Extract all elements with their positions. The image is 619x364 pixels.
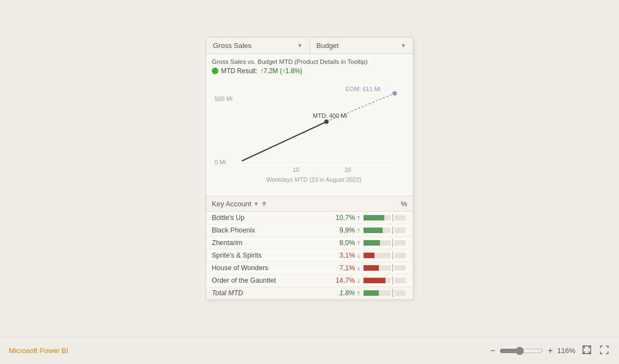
svg-line-4 bbox=[242, 122, 326, 161]
svg-point-6 bbox=[392, 91, 397, 96]
bar-track-1 bbox=[364, 228, 391, 233]
table-row: Total MTD 1,8% ↑ bbox=[206, 287, 413, 299]
bar-fill-2 bbox=[364, 240, 380, 246]
table-header: Key Account ▼ % bbox=[206, 196, 413, 212]
sort-icon bbox=[262, 201, 266, 206]
gross-sales-chevron-icon: ▼ bbox=[297, 43, 303, 49]
power-bi-link[interactable]: Microsoft Power BI bbox=[9, 347, 68, 355]
sort-up-icon bbox=[262, 201, 266, 204]
zoom-plus-button[interactable]: + bbox=[546, 345, 553, 357]
bar-container-4 bbox=[364, 264, 407, 272]
budget-label: Budget bbox=[317, 41, 339, 50]
gross-sales-dropdown[interactable]: Gross Sales ▼ bbox=[206, 38, 310, 53]
svg-text:EOM: 611 Mi: EOM: 611 Mi bbox=[346, 86, 380, 92]
bar-container-2 bbox=[364, 239, 407, 247]
mtd-result-value: ↑7.2M (↑1.8%) bbox=[260, 67, 302, 75]
dropdowns-row: Gross Sales ▼ Budget ▼ bbox=[206, 38, 413, 54]
bottom-bar: Microsoft Power BI − + 116% bbox=[0, 337, 619, 364]
bar-track-0 bbox=[364, 215, 391, 220]
bar-divider-3 bbox=[392, 252, 393, 259]
row-pct-0: 10,7% ↑ bbox=[325, 214, 360, 222]
svg-text:10: 10 bbox=[293, 166, 299, 173]
table-row: Order of the Gauntlet 14,7% ↓ bbox=[206, 275, 413, 287]
budget-dropdown[interactable]: Budget ▼ bbox=[310, 38, 413, 53]
pct-header: % bbox=[374, 200, 407, 208]
bar-track-3 bbox=[364, 253, 391, 258]
bar-track-5 bbox=[364, 278, 391, 283]
bar-container-6 bbox=[364, 289, 407, 297]
bar-divider-4 bbox=[392, 264, 393, 272]
bar-divider-2 bbox=[392, 239, 393, 247]
main-card: Gross Sales ▼ Budget ▼ Gross Sales vs. B… bbox=[206, 37, 413, 300]
bar-fill-4 bbox=[364, 265, 379, 271]
bar-right-2 bbox=[395, 240, 406, 246]
bar-right-3 bbox=[395, 253, 406, 258]
sort-down-icon bbox=[262, 204, 266, 206]
svg-text:MTD: 400 Mi: MTD: 400 Mi bbox=[313, 112, 347, 119]
row-name-3: Sprite's & Spirits bbox=[212, 252, 325, 259]
table-row: Bottle's Up 10,7% ↑ bbox=[206, 212, 413, 224]
bar-container-5 bbox=[364, 277, 407, 284]
key-account-label: Key Account bbox=[212, 200, 251, 208]
zoom-control: − + 116% bbox=[489, 345, 575, 357]
row-pct-4: 7,1% ↓ bbox=[325, 264, 360, 272]
svg-text:Workdays MTD (23 in August 202: Workdays MTD (23 in August 2022) bbox=[266, 176, 361, 183]
svg-text:20: 20 bbox=[344, 166, 351, 173]
table-area: Key Account ▼ % Bottle's Up 10,7% ↑ bbox=[206, 196, 413, 299]
table-row: Black Phoenix 9,9% ↑ bbox=[206, 224, 413, 237]
svg-text:0 Mi: 0 Mi bbox=[215, 159, 226, 165]
bar-right-0 bbox=[395, 215, 406, 220]
row-name-0: Bottle's Up bbox=[212, 214, 325, 222]
bar-divider-6 bbox=[392, 289, 393, 297]
row-pct-6: 1,8% ↑ bbox=[325, 289, 360, 297]
table-row: House of Wonders 7,1% ↓ bbox=[206, 262, 413, 275]
table-row: Sprite's & Spirits 3,1% ↓ bbox=[206, 249, 413, 262]
fullscreen-button[interactable] bbox=[598, 344, 610, 358]
fit-screen-button[interactable] bbox=[581, 344, 593, 358]
mtd-green-dot bbox=[212, 68, 218, 74]
row-pct-2: 8,0% ↑ bbox=[325, 239, 360, 247]
bar-container-0 bbox=[364, 214, 407, 222]
svg-point-7 bbox=[324, 120, 329, 124]
budget-chevron-icon: ▼ bbox=[401, 43, 406, 49]
bar-container-1 bbox=[364, 226, 407, 234]
mtd-result-row: MTD Result: ↑7.2M (↑1.8%) bbox=[212, 67, 407, 75]
dropdown-chevron-icon: ▼ bbox=[253, 201, 259, 207]
row-pct-1: 9,9% ↑ bbox=[325, 226, 360, 234]
chart-area: Gross Sales vs. Budget MTD (Product Deta… bbox=[206, 54, 413, 196]
svg-text:500 Mi: 500 Mi bbox=[215, 96, 233, 102]
bar-right-1 bbox=[395, 228, 406, 233]
table-rows: Bottle's Up 10,7% ↑ Black Phoenix 9,9% ↑… bbox=[206, 212, 413, 299]
chart-svg: 500 Mi 0 Mi MTD: 400 Mi bbox=[212, 78, 406, 193]
bar-divider-5 bbox=[392, 277, 393, 284]
bar-divider-1 bbox=[392, 226, 393, 234]
row-pct-5: 14,7% ↓ bbox=[325, 277, 360, 284]
bar-fill-6 bbox=[364, 290, 379, 296]
row-name-4: House of Wonders bbox=[212, 264, 325, 272]
gross-sales-label: Gross Sales bbox=[213, 41, 252, 50]
row-name-1: Black Phoenix bbox=[212, 226, 325, 234]
bar-right-4 bbox=[395, 265, 406, 271]
zoom-slider[interactable] bbox=[499, 347, 543, 355]
bar-divider-0 bbox=[392, 214, 393, 222]
bar-container-3 bbox=[364, 252, 407, 259]
bar-track-6 bbox=[364, 290, 391, 296]
zoom-minus-button[interactable]: − bbox=[489, 345, 496, 357]
bar-fill-1 bbox=[364, 228, 383, 233]
bar-track-4 bbox=[364, 265, 391, 271]
zoom-level: 116% bbox=[557, 347, 575, 355]
mtd-result-label: MTD Result: bbox=[221, 67, 258, 75]
chart-svg-container: 500 Mi 0 Mi MTD: 400 Mi bbox=[212, 78, 407, 193]
bar-fill-0 bbox=[364, 215, 384, 220]
bottom-right-controls: − + 116% bbox=[489, 344, 610, 358]
row-name-6: Total MTD bbox=[212, 289, 325, 297]
bar-track-2 bbox=[364, 240, 391, 246]
bar-fill-5 bbox=[364, 278, 385, 283]
row-name-5: Order of the Gauntlet bbox=[212, 277, 325, 284]
chart-title: Gross Sales vs. Budget MTD (Product Deta… bbox=[212, 58, 407, 65]
key-account-header[interactable]: Key Account ▼ bbox=[212, 200, 374, 208]
row-pct-3: 3,1% ↓ bbox=[325, 252, 360, 259]
bar-right-6 bbox=[395, 290, 406, 296]
bar-right-5 bbox=[395, 278, 406, 283]
row-name-2: Zhentarim bbox=[212, 239, 325, 247]
